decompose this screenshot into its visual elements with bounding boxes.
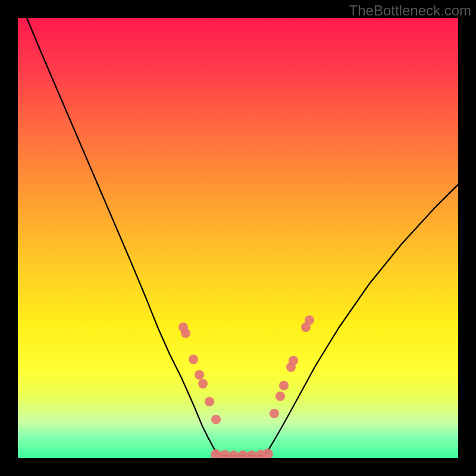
data-point <box>262 449 273 458</box>
chart-svg-layer <box>18 18 458 458</box>
data-point <box>189 355 198 364</box>
data-point <box>181 328 190 338</box>
data-point <box>211 415 221 424</box>
right-curve <box>262 184 458 456</box>
data-point <box>195 370 204 380</box>
data-point <box>211 449 221 458</box>
data-point <box>198 379 208 389</box>
data-point <box>270 409 279 418</box>
data-point <box>305 315 314 325</box>
data-point <box>289 356 298 365</box>
data-points-group <box>178 315 314 458</box>
data-point <box>205 397 214 406</box>
left-curve <box>27 18 223 456</box>
data-point <box>275 392 285 401</box>
data-point <box>279 381 289 390</box>
outer-frame: TheBottleneck.com <box>0 0 476 476</box>
curve-group <box>27 18 458 456</box>
watermark-text: TheBottleneck.com <box>349 2 471 19</box>
